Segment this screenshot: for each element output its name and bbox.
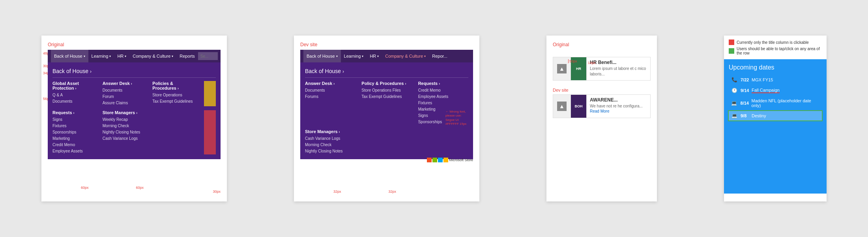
mega-col-answer-desk: Answer Desk › Documents Forum Assure Cla… <box>103 81 146 106</box>
panel-upcoming: Currently only the title column is click… <box>724 36 827 201</box>
annot-60px-2: 60px <box>136 186 144 190</box>
nav-item-dev-hr[interactable]: HR ▾ <box>367 50 382 62</box>
mega-col-global-asset: Global Asset Protection › Q & A Document… <box>52 81 96 106</box>
date-icon-3: 💻 <box>730 113 738 118</box>
mega-col-item[interactable]: Morning Check <box>103 123 146 129</box>
mega-col-dev-title-requests[interactable]: Requests › <box>418 81 468 86</box>
mega-menu-dev-row1: Answer Desk › Documents Forums Policy & … <box>305 81 468 125</box>
nav-item-company-culture[interactable]: Company & Culture ▾ <box>129 50 176 62</box>
mega-col-title-policies[interactable]: Policies & Procedures › <box>152 81 196 90</box>
date-item-3[interactable]: 💻 9/8 Destiny <box>729 111 822 120</box>
nav-item-back-of-house[interactable]: Back of House ▾ <box>51 50 88 62</box>
read-more-boh[interactable]: Read More <box>590 109 647 113</box>
mega-col-item[interactable]: Tax Exempt Guidelines <box>361 94 412 100</box>
date-icon-0: 📞 <box>730 77 738 83</box>
mega-col-dev-title-answer-desk[interactable]: Answer Desk › <box>305 81 355 86</box>
row-item-hr[interactable]: HR HR Benefi... Lorem ipsum ut labore et… <box>553 57 651 81</box>
mega-col-item[interactable]: Nightly Closing Notes <box>103 129 146 135</box>
nav-item-dev-company-culture[interactable]: Company & Culture ▾ <box>382 50 429 62</box>
mega-col-title-answer-desk[interactable]: Answer Desk › <box>103 81 146 86</box>
nav-item-reports[interactable]: Reports <box>176 50 198 62</box>
mega-menu-row1: Global Asset Protection › Q & A Document… <box>52 81 216 106</box>
mega-col-dev-title-store-managers[interactable]: Store Managers › <box>305 129 355 134</box>
row-item-boh[interactable]: BOH AWARENE... We have not re he configu… <box>553 94 651 118</box>
mega-col-dev-empty <box>361 129 412 154</box>
mega-col-item[interactable]: Employee Assets <box>52 148 96 154</box>
date-label-0: MGX FY15 <box>752 77 773 82</box>
mega-col-item[interactable]: Forums <box>305 94 355 100</box>
legend-box-green <box>729 48 734 54</box>
annot-60px-1: 60px <box>81 186 89 190</box>
mega-col-dev-store-managers: Store Managers › Cash Variance Logs Morn… <box>305 129 355 154</box>
mega-col-title-requests[interactable]: Requests › <box>52 110 96 115</box>
mega-col-item[interactable]: Marketing <box>52 135 96 142</box>
date-label-2: Madden NFL (placeholder date only) <box>752 98 820 108</box>
date-item-2[interactable]: 💻 8/14 Madden NFL (placeholder date only… <box>729 96 822 110</box>
mega-col-title-store-managers[interactable]: Store Managers › <box>103 110 146 115</box>
legend-item-green: Users should be able to tap/click on any… <box>729 47 822 55</box>
date-label-1: Fall Campaign <box>752 88 780 93</box>
row-body-boh: We have not re he configura... <box>590 103 647 109</box>
mega-col-item[interactable]: Documents <box>305 87 355 94</box>
legend-text-red: Currently only the title column is click… <box>737 40 809 45</box>
mega-col-item[interactable]: Employee Assets <box>418 94 468 100</box>
mega-col-item[interactable]: Credit Memo <box>418 87 468 94</box>
row-body-hr: Lorem ipsum ut labore et c mico laboris.… <box>590 66 647 77</box>
mega-col-item[interactable]: Cash Variance Logs <box>103 135 146 142</box>
annot-50px: 50px <box>568 59 577 63</box>
panel-dev-site-label: Dev site <box>300 42 473 47</box>
row-content-boh: AWARENE... We have not re he configura..… <box>587 95 650 118</box>
nav-bar-original: Back of House ▾ Learning ▾ HR ▾ Company … <box>48 50 221 62</box>
ms-store-label: Microsoft Store <box>449 158 473 162</box>
mega-col-title-global-asset[interactable]: Global Asset Protection › <box>52 81 96 90</box>
mega-col-item[interactable]: Documents <box>52 98 96 105</box>
mega-col-dev-empty2 <box>418 129 468 154</box>
panel-original: Original 48px 30px 34px 56px Back of Hou… <box>41 36 227 201</box>
mega-menu-dev: Back of House › ← Wrong font, please use… <box>300 62 473 159</box>
mega-col-item[interactable]: Store Operations <box>152 92 196 98</box>
annot-dev-32px-1: 32px <box>333 190 341 194</box>
mega-col-item[interactable]: Store Operations Files <box>361 87 412 94</box>
date-date-2: 8/14 <box>741 101 752 105</box>
date-item-0[interactable]: 📞 7/22 MGX FY15 <box>729 75 822 85</box>
mega-menu-original: Back of House › Global Asset Protection … <box>48 62 221 159</box>
date-icon-1: 🕐 <box>730 88 738 93</box>
nav-item-dev-back-of-house[interactable]: Back of House ▾ <box>303 50 341 62</box>
search-input-original[interactable] <box>198 52 218 60</box>
mega-col-dev-title-policies[interactable]: Policy & Procedures › <box>361 81 412 86</box>
row-up-arrow-boh <box>557 102 567 111</box>
date-date-1: 9/14 <box>741 88 752 93</box>
upcoming-title: Upcoming dates <box>729 64 822 71</box>
date-item-1[interactable]: 🕐 9/14 Fall Campaign <box>729 86 822 95</box>
nav-item-dev-learning[interactable]: Learning ▾ <box>341 50 367 62</box>
date-date-0: 7/22 <box>741 77 752 82</box>
mega-col-store-managers: Store Managers › Weekly Recap Morning Ch… <box>103 110 146 154</box>
mega-col-item[interactable]: Q & A <box>52 92 96 98</box>
legend-area: Currently only the title column is click… <box>724 36 827 59</box>
annot-14px: 14px <box>588 61 596 65</box>
nav-item-learning[interactable]: Learning ▾ <box>88 50 114 62</box>
mega-col-item[interactable]: Tax Exempt Guidelines <box>152 98 196 105</box>
mega-col-item[interactable]: Weekly Recap <box>103 117 146 123</box>
nav-item-dev-reports[interactable]: Repor... <box>429 50 451 62</box>
mega-col-item[interactable]: Signs <box>52 117 96 123</box>
mega-col-item[interactable]: Credit Memo <box>52 142 96 148</box>
panel-row-annotations: Original 50px 14px HR HR Benefi... Lorem… <box>546 36 657 201</box>
mega-col-item[interactable]: Morning Check <box>305 142 355 148</box>
mega-col-item[interactable]: Sponsorships <box>52 129 96 135</box>
nav-item-hr[interactable]: HR ▾ <box>114 50 129 62</box>
mega-col-item[interactable]: Forum <box>103 94 146 100</box>
mega-col-item[interactable]: Cash Variance Logs <box>305 135 355 142</box>
mega-col-dev-policies: Policy & Procedures › Store Operations F… <box>361 81 412 125</box>
panel-dev-site: Dev site Back of House ▾ Learning ▾ HR ▾… <box>294 36 479 201</box>
mega-col-item[interactable]: Fixtures <box>52 123 96 129</box>
mega-col-dev-answer-desk: Answer Desk › Documents Forums <box>305 81 355 125</box>
mega-col-item[interactable]: Documents <box>103 87 146 94</box>
mega-col-item[interactable]: Fixtures <box>418 100 468 106</box>
mega-col-item[interactable]: Nightly Closing Notes <box>305 148 355 154</box>
mega-col-item[interactable]: Assure Claims <box>103 100 146 106</box>
mega-menu-row2: Requests › Signs Fixtures Sponsorships M… <box>52 110 216 154</box>
mega-menu-title-original: Back of House › <box>52 66 216 78</box>
row-content-hr: HR Benefi... Lorem ipsum ut labore et c … <box>587 57 650 80</box>
mega-menu-dev-title: Back of House › <box>305 66 468 78</box>
